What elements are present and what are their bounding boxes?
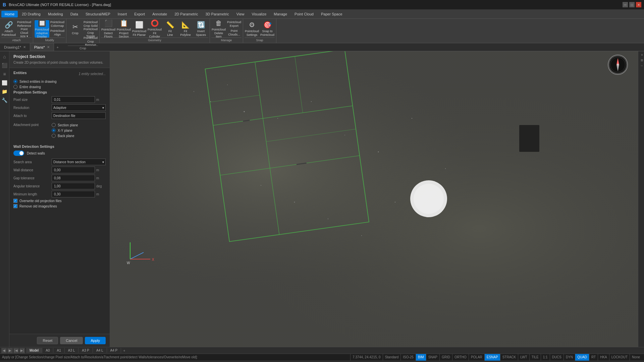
radio-select-entities[interactable]: Select entities in drawing [13,79,106,83]
model-tab-add[interactable]: + [121,348,127,353]
menu-home[interactable]: Home [1,11,18,17]
model-tab-a3p[interactable]: A3 P [78,348,93,353]
fit-cylinder-button[interactable]: ⭕ PointcloudFit Cylinder [147,20,162,38]
status-tile[interactable]: TILE [529,354,541,361]
maximize-button[interactable]: □ [629,2,635,7]
model-tab-a3l[interactable]: A3 L [65,348,79,353]
model-tab-a4p[interactable]: A4 P [107,348,121,353]
menu-2d-drafting[interactable]: 2D Drafting [18,11,44,17]
search-area-dropdown[interactable]: Distance from section ▾ [52,159,106,165]
explorer-icon[interactable]: 📁 [1,87,9,96]
model-tab-last-button[interactable]: ▶| [19,348,25,353]
colormap-button[interactable]: Pointcloud Colormap [50,20,65,28]
menu-structural[interactable]: Structural/MEP [82,11,114,17]
menu-point-cloud[interactable]: Point Cloud [291,11,317,17]
attach-pointcloud-button[interactable]: 🔗 AttachPointcloud [1,20,16,38]
close-button[interactable]: ✕ [636,2,641,7]
status-lwt[interactable]: LWT [518,354,529,361]
reset-button[interactable]: Reset [37,337,58,344]
wall-distance-input[interactable] [52,167,95,173]
viewport[interactable]: W X [110,51,638,347]
crop-remove-button[interactable]: Pointcloud Crop Remove [83,38,98,46]
status-polar[interactable]: POLAR [469,354,484,361]
menu-manage[interactable]: Manage [270,11,290,17]
model-tab-a0[interactable]: A0 [42,348,53,353]
menu-view[interactable]: View [233,11,248,17]
detect-floors-button[interactable]: ⬛ PointcloudDetect Floors [101,20,116,38]
export-button[interactable]: Pointcloud Export [227,20,241,28]
apply-button[interactable]: Apply [85,337,106,344]
right-icon-1[interactable]: ≡ [639,53,644,57]
gap-tolerance-input[interactable] [52,175,95,181]
fit-polyline-button[interactable]: 📐 FitPolyline [178,20,193,38]
menu-paper-space[interactable]: Paper Space [318,11,346,17]
menu-3d-parametric[interactable]: 3D Parametric [202,11,232,17]
status-lockout[interactable]: LOCKOUT [609,354,630,361]
layers-icon[interactable]: ⬛ [1,61,9,69]
menu-modeling[interactable]: Modeling [45,11,66,17]
model-tab-prev-button[interactable]: ◀ [1,348,7,353]
menu-annotate[interactable]: Annotate [149,11,170,17]
home-icon[interactable]: ⌂ [1,53,9,61]
menu-insert[interactable]: Insert [114,11,130,17]
status-esnap[interactable]: ESNAP [484,354,500,361]
status-hka[interactable]: HKA [598,354,609,361]
pointcloud-reference-button[interactable]: PointcloudReference [17,20,32,28]
blocks-icon[interactable]: ⬜ [1,79,9,87]
radio-entire-drawing[interactable]: Entire drawing [13,85,106,89]
right-icon-3[interactable]: ↕ [639,64,644,68]
overwrite-files-checkbox[interactable] [13,199,17,203]
adaptive-display-button[interactable]: 🔲 PointcloudAdaptive Display [35,20,49,38]
menu-data[interactable]: Data [67,11,82,17]
radio-back-plane[interactable]: Back plane [52,134,78,138]
status-rt[interactable]: RT [589,354,598,361]
fit-planar-button[interactable]: ⬜ PointcloudFit Planar [132,20,147,38]
model-tab-model[interactable]: Model [26,348,42,353]
menu-visualize[interactable]: Visualize [248,11,270,17]
pointcloud-settings-button[interactable]: ⚙ PointcloudSettings [245,20,259,38]
doc-tab-drawing1-close[interactable]: ✕ [23,45,26,49]
point-cloud-size-button[interactable]: Point Cloudsize ▾ [17,29,32,37]
doc-tab-drawing1[interactable]: Drawing1* ✕ [0,43,30,51]
remove-old-row[interactable]: Remove old images/lines [13,204,106,208]
detect-walls-toggle[interactable] [13,150,24,156]
project-section-button[interactable]: 📋 PointcloudProject Section [116,20,131,38]
tool-icon[interactable]: 🔧 [1,96,9,104]
properties-icon[interactable]: ≡ [1,70,9,78]
cancel-button[interactable]: Cancel [60,337,83,344]
overwrite-files-row[interactable]: Overwrite old projection files [13,199,106,203]
resolution-dropdown[interactable]: Adaptive ▾ [52,104,106,111]
status-ducs[interactable]: DUCS [550,354,564,361]
model-tab-first-button[interactable]: |◀ [13,348,19,353]
crop-solid-button[interactable]: Pointcloud Crop Solid [83,20,98,28]
status-strack[interactable]: STRACK [500,354,518,361]
minimize-button[interactable]: ─ [623,2,628,7]
status-grid[interactable]: GRID [439,354,452,361]
model-tab-next-button[interactable]: ▶ [7,348,13,353]
right-icon-2[interactable]: ⊞ [639,58,644,63]
status-snap[interactable]: SNAP [426,354,439,361]
model-tab-a1[interactable]: A1 [53,348,64,353]
radio-section-plane[interactable]: Section plane [52,123,78,127]
pixel-size-input[interactable] [52,96,95,103]
fit-line-button[interactable]: 📏 FitLine [163,20,177,38]
radio-xy-plane[interactable]: X-Y plane [52,128,78,132]
status-dyn[interactable]: DYN [564,354,575,361]
delete-item-button[interactable]: 🗑 PointcloudDelete Item [211,20,226,38]
status-bim[interactable]: BIM [416,354,426,361]
align-button[interactable]: Pointcloud Align [50,29,65,37]
minimum-length-input[interactable] [52,191,95,197]
attach-to-dropdown[interactable]: Destination file [52,112,106,119]
invert-spaces-button[interactable]: 🔃 InvertSpaces [194,20,208,38]
doc-tab-plans-close[interactable]: ✕ [47,45,50,49]
remove-old-checkbox[interactable] [13,204,17,208]
menu-export[interactable]: Export [131,11,148,17]
snap-to-pointcloud-button[interactable]: 🎯 Snap toPointcloud [260,20,275,38]
point-clouds-button[interactable]: Point Clouds... [227,29,241,37]
status-ortho[interactable]: ORTHO [452,354,469,361]
status-quad[interactable]: QUAD [575,354,589,361]
doc-tab-plans[interactable]: Plans* ✕ [30,43,54,51]
model-tab-a4l[interactable]: A4 L [93,348,107,353]
crop-toggle-button[interactable]: Pointcloud Crop Toggle [83,29,98,37]
angular-tolerance-input[interactable] [52,183,95,189]
